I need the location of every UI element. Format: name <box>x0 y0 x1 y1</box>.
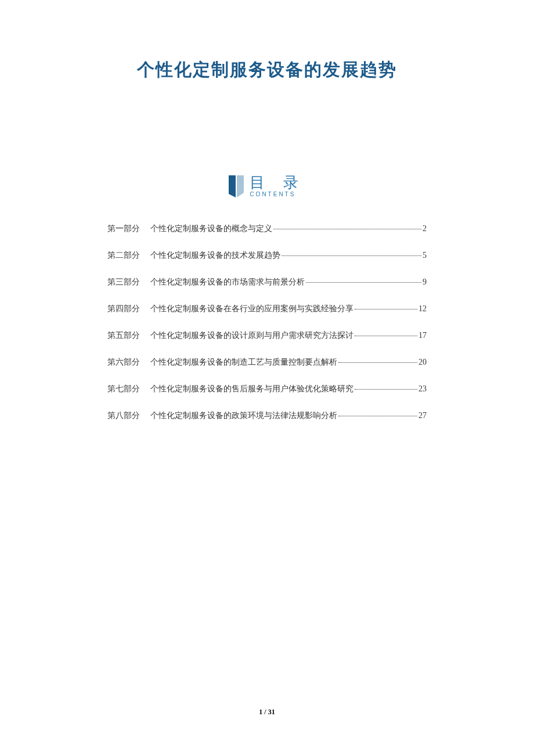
toc-dots <box>338 416 417 416</box>
toc-part-label: 第八部分 <box>107 411 140 421</box>
document-page: 个性化定制服务设备的发展趋势 目 录 CONTENTS 第一部分 个性化定制服务… <box>0 0 534 421</box>
toc-title-cn: 目 录 <box>250 175 305 190</box>
toc-dots <box>355 336 417 336</box>
toc-list: 第一部分 个性化定制服务设备的概念与定义 2 第二部分 个性化定制服务设备的技术… <box>58 224 476 421</box>
toc-item[interactable]: 第三部分 个性化定制服务设备的市场需求与前景分析 9 <box>107 277 427 287</box>
toc-text: 个性化定制服务设备的技术发展趋势 <box>150 250 280 261</box>
toc-text: 个性化定制服务设备的制造工艺与质量控制要点解析 <box>150 357 337 368</box>
toc-page-number: 27 <box>418 411 427 420</box>
toc-page-number: 2 <box>423 224 427 233</box>
toc-page-number: 5 <box>423 251 427 260</box>
toc-title-en: CONTENTS <box>250 191 295 197</box>
toc-dots <box>273 229 421 229</box>
toc-part-label: 第三部分 <box>107 277 140 287</box>
toc-part-label: 第二部分 <box>107 250 140 261</box>
toc-title-wrap: 目 录 CONTENTS <box>250 175 305 197</box>
toc-text: 个性化定制服务设备的政策环境与法律法规影响分析 <box>150 411 337 421</box>
toc-text: 个性化定制服务设备的售后服务与用户体验优化策略研究 <box>150 384 353 394</box>
toc-text: 个性化定制服务设备在各行业的应用案例与实践经验分享 <box>150 304 353 314</box>
svg-marker-0 <box>229 175 236 197</box>
toc-item[interactable]: 第四部分 个性化定制服务设备在各行业的应用案例与实践经验分享 12 <box>107 304 427 314</box>
toc-item[interactable]: 第六部分 个性化定制服务设备的制造工艺与质量控制要点解析 20 <box>107 357 427 368</box>
toc-page-number: 9 <box>423 278 427 287</box>
toc-item[interactable]: 第一部分 个性化定制服务设备的概念与定义 2 <box>107 224 427 234</box>
toc-page-number: 17 <box>418 331 427 340</box>
toc-text: 个性化定制服务设备的概念与定义 <box>150 224 272 234</box>
toc-dots <box>338 362 417 363</box>
toc-part-label: 第六部分 <box>107 357 140 368</box>
toc-page-number: 23 <box>418 384 427 394</box>
toc-dots <box>355 309 417 309</box>
toc-text: 个性化定制服务设备的设计原则与用户需求研究方法探讨 <box>150 330 353 341</box>
toc-part-label: 第七部分 <box>107 384 140 394</box>
page-total: 31 <box>268 708 275 716</box>
toc-item[interactable]: 第五部分 个性化定制服务设备的设计原则与用户需求研究方法探讨 17 <box>107 330 427 341</box>
page-footer: 1 / 31 <box>0 708 534 717</box>
toc-header: 目 录 CONTENTS <box>58 175 476 197</box>
toc-part-label: 第四部分 <box>107 304 140 314</box>
page-title: 个性化定制服务设备的发展趋势 <box>58 58 476 82</box>
toc-dots <box>282 255 421 256</box>
toc-dots <box>355 389 417 390</box>
svg-marker-1 <box>237 175 244 197</box>
toc-item[interactable]: 第八部分 个性化定制服务设备的政策环境与法律法规影响分析 27 <box>107 411 427 421</box>
bookmark-icon <box>229 175 244 197</box>
toc-item[interactable]: 第七部分 个性化定制服务设备的售后服务与用户体验优化策略研究 23 <box>107 384 427 394</box>
toc-part-label: 第一部分 <box>107 224 140 234</box>
toc-text: 个性化定制服务设备的市场需求与前景分析 <box>150 277 305 287</box>
toc-item[interactable]: 第二部分 个性化定制服务设备的技术发展趋势 5 <box>107 250 427 261</box>
toc-dots <box>306 282 421 283</box>
toc-page-number: 12 <box>418 304 427 314</box>
toc-page-number: 20 <box>418 358 427 367</box>
page-separator: / <box>262 708 268 716</box>
toc-part-label: 第五部分 <box>107 330 140 341</box>
